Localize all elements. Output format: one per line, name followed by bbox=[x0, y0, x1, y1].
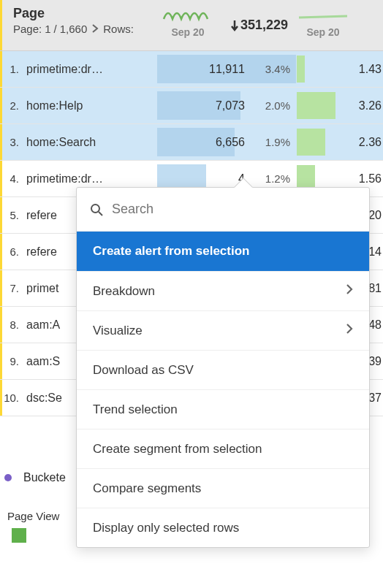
menu-item-label: Visualize bbox=[93, 324, 143, 338]
row-index: 1. bbox=[0, 63, 23, 75]
row-value: 7,073 bbox=[164, 99, 245, 112]
accent-bar bbox=[0, 51, 2, 87]
menu-item[interactable]: Visualize bbox=[77, 310, 369, 350]
table-header: Page Page: 1 / 1,660 Rows: Sep 20 351,22… bbox=[0, 0, 383, 51]
arrow-down-icon bbox=[230, 20, 239, 31]
value-cell: 6,6561.9% bbox=[157, 124, 296, 160]
row-pct: 1.9% bbox=[245, 136, 296, 148]
spark-date-2: Sep 20 bbox=[306, 26, 339, 38]
accent-bar bbox=[0, 0, 2, 50]
sparkline-1: Sep 20 bbox=[162, 4, 213, 38]
menu-item[interactable]: Display only selected rows bbox=[77, 508, 369, 547]
menu-item[interactable]: Trend selection bbox=[77, 389, 369, 429]
menu-item[interactable]: Create segment from selection bbox=[77, 429, 369, 468]
row-right-value: 3.26 bbox=[338, 88, 382, 123]
rows-label: Rows: bbox=[103, 23, 134, 35]
search-icon bbox=[90, 203, 103, 216]
row-index: 10. bbox=[0, 392, 23, 404]
row-pct: 2.0% bbox=[245, 99, 296, 112]
bucket-label: Buckete bbox=[23, 471, 66, 484]
accent-bar bbox=[0, 234, 2, 270]
menu-search-row bbox=[77, 188, 369, 232]
row-index: 3. bbox=[0, 136, 23, 148]
menu-item[interactable]: Create alert from selection bbox=[77, 232, 369, 271]
row-name: home:Help bbox=[23, 99, 126, 112]
accent-bar bbox=[0, 307, 2, 343]
row-index: 8. bbox=[0, 318, 23, 331]
chevron-right-icon bbox=[346, 283, 353, 299]
chevron-right-icon bbox=[346, 323, 353, 338]
context-menu: Create alert from selectionBreakdownVisu… bbox=[76, 187, 370, 548]
metric-change-value: 351,229 bbox=[240, 18, 288, 33]
page-current: 1 bbox=[45, 23, 50, 35]
bar-fill bbox=[297, 129, 325, 156]
sparkline-2: Sep 20 bbox=[297, 4, 349, 38]
menu-item-label: Create alert from selection bbox=[93, 244, 249, 259]
menu-item-label: Trend selection bbox=[93, 402, 178, 417]
accent-bar bbox=[0, 380, 2, 416]
metric-change: 351,229 bbox=[230, 18, 288, 33]
row-name: primetime:dr… bbox=[23, 172, 126, 186]
row-index: 7. bbox=[0, 282, 23, 294]
row-pct: 1.2% bbox=[245, 172, 296, 185]
row-right-value: 1.43 bbox=[338, 51, 382, 87]
accent-bar bbox=[0, 161, 2, 196]
menu-item[interactable]: Compare segments bbox=[77, 468, 369, 508]
bar-cell bbox=[297, 92, 338, 119]
row-index: 6. bbox=[0, 245, 23, 258]
menu-item-label: Create segment from selection bbox=[93, 442, 262, 457]
bar-cell bbox=[297, 56, 338, 83]
value-cell: 7,0732.0% bbox=[157, 88, 296, 123]
menu-item-label: Breakdown bbox=[93, 284, 155, 299]
accent-bar bbox=[0, 343, 2, 379]
bar-fill bbox=[297, 56, 305, 83]
row-value: 6,656 bbox=[164, 136, 245, 149]
svg-point-0 bbox=[91, 205, 99, 213]
menu-search-input[interactable] bbox=[112, 202, 356, 217]
spark-date-1: Sep 20 bbox=[171, 26, 204, 38]
chevron-right-icon[interactable] bbox=[91, 23, 99, 35]
page-sep: / bbox=[54, 23, 57, 35]
table-row[interactable]: 3.home:Search6,6561.9%2.36 bbox=[0, 124, 383, 161]
row-value: 4 bbox=[164, 172, 245, 186]
menu-item[interactable]: Download as CSV bbox=[77, 350, 369, 389]
bar-fill bbox=[297, 92, 335, 119]
bar-cell bbox=[297, 129, 338, 156]
menu-item-label: Compare segments bbox=[93, 481, 201, 496]
page-views-swatch bbox=[12, 528, 26, 543]
table-row[interactable]: 2.home:Help7,0732.0%3.26 bbox=[0, 88, 383, 124]
menu-item[interactable]: Breakdown bbox=[77, 271, 369, 310]
row-name: home:Search bbox=[23, 136, 126, 149]
accent-bar bbox=[0, 270, 2, 306]
accent-bar bbox=[0, 197, 2, 233]
value-cell: 11,9113.4% bbox=[157, 51, 296, 87]
row-index: 2. bbox=[0, 99, 23, 112]
sparkline-icon bbox=[162, 4, 213, 25]
accent-bar bbox=[0, 124, 2, 160]
accent-bar bbox=[0, 88, 2, 123]
menu-item-label: Display only selected rows bbox=[93, 521, 239, 535]
row-value: 11,911 bbox=[164, 63, 245, 76]
row-index: 4. bbox=[0, 172, 23, 185]
row-right-value: 2.36 bbox=[338, 124, 382, 160]
row-index: 9. bbox=[0, 355, 23, 367]
bucket-dot-icon bbox=[4, 474, 12, 481]
table-row[interactable]: 1.primetime:dr…11,9113.4%1.43 bbox=[0, 51, 383, 88]
svg-line-1 bbox=[99, 212, 102, 215]
row-index: 5. bbox=[0, 209, 23, 221]
row-name: primetime:dr… bbox=[23, 63, 126, 76]
sparkline-icon bbox=[297, 4, 349, 25]
menu-item-label: Download as CSV bbox=[93, 363, 194, 378]
row-pct: 3.4% bbox=[245, 63, 296, 75]
page-label: Page: bbox=[13, 23, 42, 35]
page-total: 1,660 bbox=[60, 23, 88, 35]
